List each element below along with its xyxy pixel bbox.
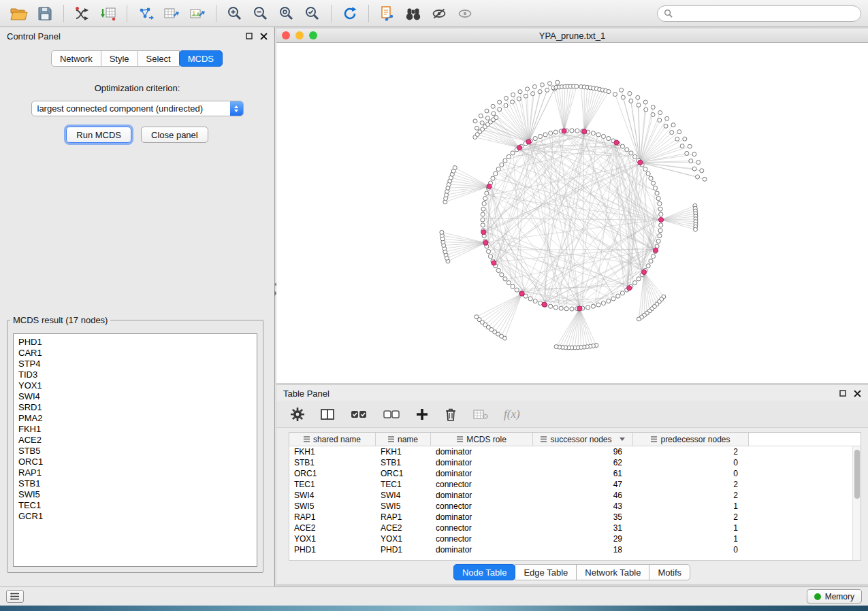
network-node[interactable] [689, 159, 693, 163]
mcds-result-item[interactable]: RAP1 [14, 467, 257, 478]
dominator-node[interactable] [577, 306, 582, 311]
tab-network[interactable]: Network [51, 50, 101, 67]
network-node[interactable] [659, 212, 663, 216]
network-node[interactable] [481, 207, 485, 211]
dominator-node[interactable] [562, 129, 566, 133]
table-row[interactable]: PHD1PHD1dominator180 [289, 544, 861, 555]
optimization-select[interactable]: largest connected component (undirected) [31, 101, 244, 116]
memory-button[interactable]: Memory [807, 589, 862, 604]
dominator-node[interactable] [526, 139, 531, 144]
network-node[interactable] [596, 133, 600, 137]
network-node[interactable] [515, 288, 519, 292]
tab-mcds[interactable]: MCDS [179, 50, 223, 67]
column-header-predecessor-nodes[interactable]: predecessor nodes [633, 433, 749, 446]
dominator-node[interactable] [653, 248, 658, 252]
network-node[interactable] [636, 95, 640, 99]
network-node[interactable] [670, 131, 674, 135]
table-scrollbar[interactable] [852, 446, 861, 560]
mcds-result-item[interactable]: ORC1 [14, 457, 257, 467]
network-node[interactable] [655, 191, 659, 195]
dominator-node[interactable] [658, 217, 663, 222]
mcds-result-item[interactable]: SRD1 [14, 402, 257, 413]
mcds-result-item[interactable]: TEC1 [14, 500, 257, 511]
network-node[interactable] [524, 94, 528, 98]
window-minimize-button[interactable] [295, 31, 304, 39]
network-node[interactable] [651, 254, 655, 259]
mcds-result-item[interactable]: STP4 [14, 359, 257, 369]
table-row[interactable]: RAP1RAP1dominator352 [289, 512, 861, 523]
network-node[interactable] [629, 99, 633, 103]
network-node[interactable] [685, 151, 689, 155]
dominator-node[interactable] [487, 184, 492, 188]
network-node[interactable] [485, 116, 489, 120]
network-node[interactable] [596, 303, 600, 307]
network-node[interactable] [633, 154, 637, 159]
network-node[interactable] [693, 227, 697, 231]
network-node[interactable] [533, 136, 537, 140]
search-input[interactable] [677, 7, 854, 19]
network-node[interactable] [675, 137, 679, 141]
unselect-all-button[interactable] [383, 406, 400, 423]
table-settings-button[interactable] [290, 406, 305, 423]
node-table[interactable]: shared namenameMCDS rolesuccessor nodesp… [289, 432, 861, 561]
network-node[interactable] [482, 201, 486, 205]
zoom-fit-button[interactable] [274, 3, 299, 24]
network-node[interactable] [548, 82, 552, 86]
network-node[interactable] [658, 111, 662, 115]
network-node[interactable] [504, 96, 508, 100]
network-node[interactable] [564, 307, 568, 311]
network-node[interactable] [575, 84, 579, 88]
network-node[interactable] [613, 93, 617, 97]
table-tab-node-table[interactable]: Node Table [453, 564, 516, 580]
network-node[interactable] [688, 144, 692, 148]
window-zoom-button[interactable] [309, 31, 317, 39]
network-node[interactable] [644, 108, 648, 112]
network-node[interactable] [637, 277, 641, 281]
network-node[interactable] [656, 197, 660, 201]
network-node[interactable] [494, 116, 498, 120]
network-node[interactable] [680, 144, 684, 148]
network-node[interactable] [479, 114, 483, 118]
dominator-node[interactable] [492, 261, 496, 265]
mcds-result-item[interactable]: CAR1 [14, 348, 257, 359]
network-node[interactable] [492, 112, 496, 116]
network-node[interactable] [607, 90, 611, 94]
network-node[interactable] [554, 345, 558, 349]
network-node[interactable] [665, 116, 669, 120]
network-node[interactable] [620, 291, 624, 295]
network-node[interactable] [658, 201, 662, 205]
table-tab-edge-table[interactable]: Edge Table [515, 564, 577, 580]
network-node[interactable] [533, 299, 537, 303]
network-node[interactable] [511, 93, 515, 97]
table-row[interactable]: TEC1TEC1connector472 [289, 479, 861, 490]
network-node[interactable] [540, 83, 544, 87]
table-row[interactable]: YOX1YOX1connector291 [289, 533, 861, 544]
network-node[interactable] [507, 154, 511, 159]
zoom-selected-button[interactable] [300, 3, 325, 24]
network-node[interactable] [518, 90, 522, 94]
network-node[interactable] [538, 134, 542, 138]
network-node[interactable] [543, 133, 547, 137]
network-node[interactable] [440, 230, 444, 234]
dominator-node[interactable] [641, 269, 646, 274]
network-node[interactable] [503, 159, 507, 163]
network-node[interactable] [646, 171, 650, 176]
table-row[interactable]: STB1STB1dominator620 [289, 457, 861, 468]
select-all-button[interactable] [350, 406, 368, 423]
network-node[interactable] [664, 124, 668, 128]
delete-column-button[interactable] [444, 406, 457, 423]
zoom-out-button[interactable] [248, 3, 273, 24]
network-node[interactable] [656, 239, 660, 243]
toggle-graphics-details-button[interactable] [427, 3, 451, 24]
network-node[interactable] [703, 177, 707, 181]
network-node[interactable] [601, 301, 605, 305]
network-node[interactable] [651, 113, 655, 117]
show-hide-view-button[interactable] [453, 3, 477, 24]
network-node[interactable] [637, 103, 641, 107]
network-node[interactable] [607, 299, 611, 303]
mcds-result-item[interactable]: GCR1 [14, 511, 257, 522]
network-node[interactable] [556, 80, 560, 84]
network-node[interactable] [658, 234, 662, 238]
mcds-result-item[interactable]: STB1 [14, 478, 257, 489]
mcds-result-item[interactable]: SWI5 [14, 489, 257, 500]
